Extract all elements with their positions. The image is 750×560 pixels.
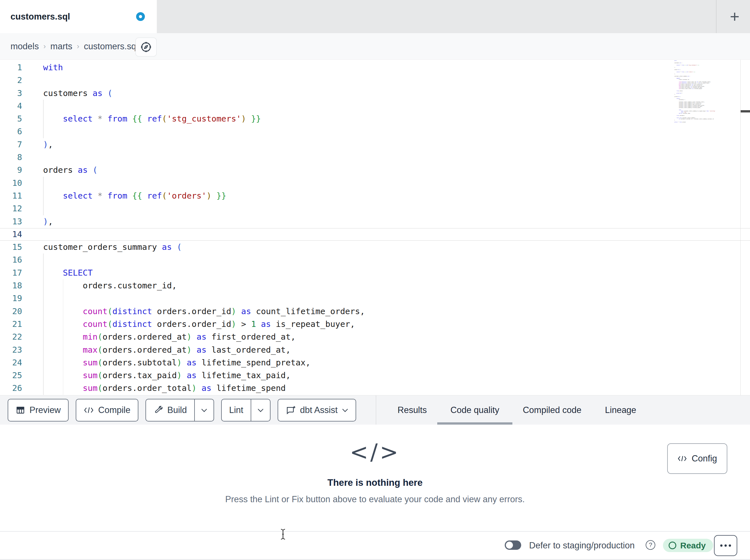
line-number: 6 [0,125,22,138]
code-line-22[interactable]: 22 min(orders.ordered_at) as first_order… [0,331,750,343]
code-text: ), [43,215,53,228]
preview-button[interactable]: Preview [8,399,68,421]
code-text: select * from {{ ref('orders') }} [43,189,226,202]
compass-icon [140,41,152,53]
breadcrumb-item-models[interactable]: models [11,41,39,51]
code-line-16[interactable]: 16 [0,253,750,266]
code-line-25[interactable]: 25 sum(orders.tax_paid) as lifetime_tax_… [0,369,750,382]
dbt-assist-button[interactable]: dbt Assist [278,399,356,421]
code-slash-icon: </> [0,439,750,465]
code-line-3[interactable]: 3customers as ( [0,87,750,100]
ellipsis-icon [720,544,723,547]
code-line-23[interactable]: 23 max(orders.ordered_at) as last_ordere… [0,344,750,356]
line-number: 18 [0,279,22,292]
code-line-8[interactable]: 8 [0,151,750,164]
line-number: 9 [0,164,22,177]
defer-label: Defer to staging/production [529,532,635,559]
code-line-4[interactable]: 4 [0,100,750,112]
tab-lineage[interactable]: Lineage [605,395,636,425]
code-icon [84,406,94,414]
tab-compiled-code[interactable]: Compiled code [523,395,581,425]
new-tab-button[interactable]: + [725,6,745,26]
dbt-ide-window: customers.sql + models › marts › custome… [0,0,750,560]
code-text: max(orders.ordered_at) as last_ordered_a… [43,344,291,356]
code-line-9[interactable]: 9orders as ( [0,164,750,177]
editor-minimap[interactable]: with customers as ( select * from {{ ref… [674,60,741,123]
lineage-navigate-button[interactable] [135,37,157,57]
file-tab-customers-sql[interactable]: customers.sql [0,0,157,33]
indent-guide [43,202,44,215]
status-bar: Defer to staging/production ? Ready [0,531,750,560]
breadcrumb-separator: › [77,42,79,51]
toolbar-buttons: Preview Compile [8,399,356,421]
line-number: 5 [0,112,22,125]
code-text: select * from {{ ref('stg_customers') }} [43,112,261,125]
line-number: 14 [0,228,22,241]
breadcrumb-separator: › [43,42,46,51]
code-line-17[interactable]: 17 SELECT [0,267,750,279]
line-number: 10 [0,177,22,189]
build-button-label: Build [167,405,187,415]
code-line-21[interactable]: 21 count(distinct orders.order_id) > 1 a… [0,318,750,331]
line-number: 24 [0,356,22,369]
code-text: min(orders.ordered_at) as first_ordered_… [43,331,296,343]
code-text: sum(orders.order_total) as lifetime_spen… [43,382,286,395]
tab-code-quality[interactable]: Code quality [450,395,499,425]
code-line-12[interactable]: 12 [0,202,750,215]
tab-lineage-label: Lineage [605,405,636,415]
status-circle-icon [669,542,676,549]
config-button[interactable]: Config [667,443,727,474]
lint-dropdown-button[interactable] [251,399,270,421]
code-text: sum(orders.tax_paid) as lifetime_tax_pai… [43,369,291,382]
code-quality-panel: </> There is nothing here Press the Lint… [0,424,750,531]
code-line-7[interactable]: 7), [0,138,750,151]
help-icon[interactable]: ? [646,540,655,550]
line-number: 8 [0,151,22,164]
code-line-20[interactable]: 20 count(distinct orders.order_id) as co… [0,305,750,318]
compile-button-label: Compile [98,405,131,415]
breadcrumb-item-marts[interactable]: marts [51,41,73,51]
build-button[interactable]: Build [145,399,214,421]
line-number: 19 [0,292,22,305]
line-number: 11 [0,189,22,202]
line-number: 21 [0,318,22,331]
code-line-26[interactable]: 26 sum(orders.order_total) as lifetime_s… [0,382,750,395]
code-line-15[interactable]: 15customer_orders_summary as ( [0,241,750,253]
code-line-11[interactable]: 11 select * from {{ ref('orders') }} [0,189,750,202]
code-line-14[interactable]: 14 [0,228,750,241]
code-text: SELECT [43,267,93,279]
code-text: customer_orders_summary as ( [43,241,182,253]
toggle-knob [506,542,513,549]
config-button-label: Config [692,454,717,464]
code-line-10[interactable]: 10 [0,177,750,189]
line-number: 3 [0,87,22,100]
defer-toggle[interactable] [505,540,521,550]
result-panel-tabs: Results Code quality Compiled code Linea… [397,395,636,425]
code-line-2[interactable]: 2 [0,74,750,87]
build-dropdown-button[interactable] [195,399,214,421]
code-line-19[interactable]: 19 [0,292,750,305]
code-line-13[interactable]: 13), [0,215,750,228]
code-line-24[interactable]: 24 sum(orders.subtotal) as lifetime_spen… [0,356,750,369]
code-line-18[interactable]: 18 orders.customer_id, [0,279,750,292]
chevron-down-icon [342,409,348,412]
indent-guide [43,253,44,266]
tab-results[interactable]: Results [397,395,427,425]
editor-toolbar: Preview Compile [0,395,750,425]
line-number: 15 [0,241,22,253]
code-editor[interactable]: 1with23customers as (45 select * from {{… [0,60,750,395]
indent-guide [43,100,44,112]
tab-compiled-code-label: Compiled code [523,405,581,415]
code-line-5[interactable]: 5 select * from {{ ref('stg_customers') … [0,112,750,125]
code-text: count(distinct orders.order_id) > 1 as i… [43,318,355,331]
code-line-6[interactable]: 6 [0,125,750,138]
more-options-button[interactable] [714,535,737,556]
breadcrumb: models › marts › customers.sql [11,33,138,60]
ready-status-label: Ready [680,541,706,551]
chevron-down-icon [257,409,264,412]
tab-bar: customers.sql + [0,0,750,33]
compile-button[interactable]: Compile [76,399,138,421]
code-line-1[interactable]: 1with [0,61,750,74]
lint-button[interactable]: Lint [221,399,271,421]
indent-guide [43,292,44,305]
